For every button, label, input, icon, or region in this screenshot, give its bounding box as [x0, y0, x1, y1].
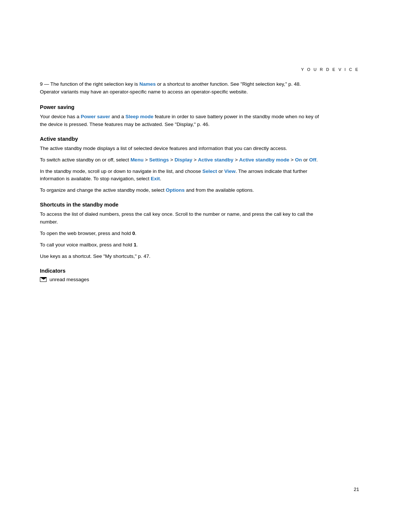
- para4-before: To organize and change the active standb…: [40, 187, 166, 193]
- period2: .: [160, 176, 161, 181]
- menu-link[interactable]: Menu: [130, 157, 143, 163]
- arrow5: >: [289, 157, 295, 163]
- on-link[interactable]: On: [295, 157, 302, 163]
- exit-link[interactable]: Exit: [151, 176, 160, 181]
- power-saving-body: Your device has a Power saver and a Slee…: [40, 113, 321, 129]
- indicator-row: unread messages: [40, 277, 321, 282]
- view-link[interactable]: View: [224, 168, 236, 174]
- para4-after: and from the available options.: [185, 187, 254, 193]
- intro-text-before: 9 — The function of the right selection …: [40, 81, 139, 87]
- arrow4: >: [233, 157, 239, 163]
- content-area: 9 — The function of the right selection …: [40, 81, 321, 290]
- shortcuts-heading: Shortcuts in the standby mode: [40, 202, 321, 208]
- or-text: or: [302, 157, 309, 163]
- active-standby-heading: Active standby: [40, 136, 321, 142]
- active-standby-para1: The active standby mode displays a list …: [40, 145, 321, 153]
- active-standby-para2: To switch active standby on or off, sele…: [40, 156, 321, 164]
- shortcuts-para1: To access the list of dialed numbers, pr…: [40, 211, 321, 226]
- power-saving-text-middle: and a: [110, 114, 125, 119]
- active-standby-section: Active standby The active standby mode d…: [40, 136, 321, 195]
- power-saving-text-before: Your device has a: [40, 114, 81, 119]
- options-link[interactable]: Options: [166, 187, 185, 193]
- active-link[interactable]: Active standby: [198, 157, 233, 163]
- arrow2: >: [169, 157, 174, 163]
- or1: or: [217, 168, 225, 174]
- shortcuts-para2-before: To open the web browser, press and hold: [40, 231, 132, 236]
- shortcuts-para3-before: To call your voice mailbox, press and ho…: [40, 242, 134, 248]
- indicator-label: unread messages: [50, 277, 89, 282]
- para2-before: To switch active standby on or off, sele…: [40, 157, 130, 163]
- shortcuts-period1: .: [135, 231, 136, 236]
- intro-paragraph: 9 — The function of the right selection …: [40, 81, 321, 96]
- shortcuts-para4: Use keys as a shortcut. See "My shortcut…: [40, 253, 321, 260]
- sleep-mode-link[interactable]: Sleep mode: [125, 114, 153, 119]
- indicators-section: Indicators unread messages: [40, 268, 321, 282]
- settings-link[interactable]: Settings: [149, 157, 169, 163]
- period1: .: [316, 157, 318, 163]
- power-saving-heading: Power saving: [40, 104, 321, 110]
- active-standby-para4: To organize and change the active standb…: [40, 187, 321, 194]
- power-saver-link[interactable]: Power saver: [81, 114, 110, 119]
- names-link[interactable]: Names: [139, 81, 156, 87]
- shortcuts-period2: .: [136, 242, 138, 248]
- active-standby-para3: In the standby mode, scroll up or down t…: [40, 168, 321, 183]
- indicators-heading: Indicators: [40, 268, 321, 274]
- select-link[interactable]: Select: [202, 168, 217, 174]
- page-container: Y o u r d e v i c e 9 — The function of …: [0, 0, 399, 532]
- arrow1: >: [143, 157, 149, 163]
- shortcuts-para2: To open the web browser, press and hold …: [40, 230, 321, 238]
- active-standby-mode-link[interactable]: Active standby mode: [239, 157, 289, 163]
- arrow3: >: [192, 157, 198, 163]
- off-link[interactable]: Off: [309, 157, 317, 163]
- display-link[interactable]: Display: [174, 157, 192, 163]
- shortcuts-section: Shortcuts in the standby mode To access …: [40, 202, 321, 260]
- envelope-icon: [40, 277, 47, 282]
- shortcuts-para3: To call your voice mailbox, press and ho…: [40, 241, 321, 249]
- page-number: 21: [354, 487, 359, 492]
- power-saving-section: Power saving Your device has a Power sav…: [40, 104, 321, 129]
- para3-before: In the standby mode, scroll up or down t…: [40, 168, 202, 174]
- chapter-title: Y o u r d e v i c e: [301, 67, 359, 72]
- page-header: Y o u r d e v i c e: [301, 66, 359, 72]
